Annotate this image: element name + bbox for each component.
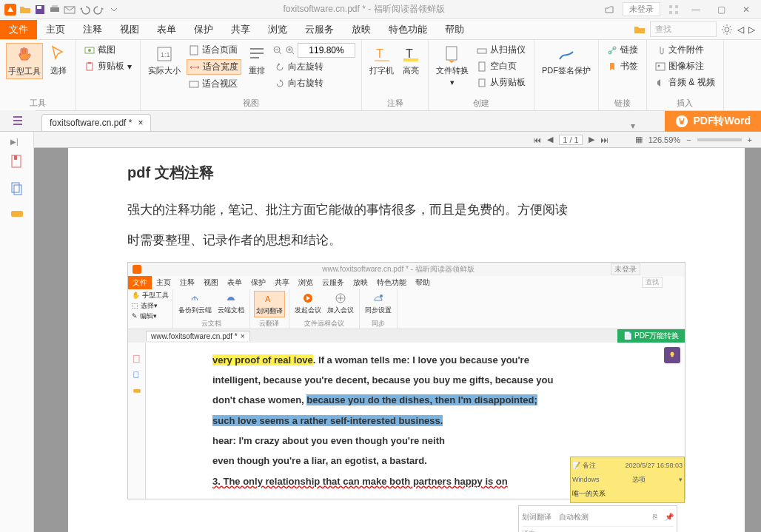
nested-cloud-doc[interactable]: 云端文档 bbox=[216, 291, 246, 316]
svg-rect-3 bbox=[50, 7, 59, 12]
nested-select[interactable]: ⬚ 选择▾ bbox=[132, 301, 169, 311]
highlight-button[interactable]: T 高亮 bbox=[400, 43, 422, 78]
screenshot-button[interactable]: 截图 bbox=[82, 43, 134, 57]
pdf-to-word-button[interactable]: PDF转Word bbox=[665, 111, 761, 132]
sticky-note-popup[interactable]: 📝 备注 2020/5/27 16:58:03 Windows 选项▾ 唯一的关… bbox=[570, 457, 685, 503]
from-scanner-button[interactable]: 从扫描仪 bbox=[475, 43, 528, 57]
comments-panel-icon[interactable] bbox=[10, 207, 24, 222]
menu-feature[interactable]: 特色功能 bbox=[380, 20, 436, 39]
nested-hand[interactable]: ✋ 手型工具 bbox=[132, 291, 169, 300]
file-convert-button[interactable]: 文件转换▾ bbox=[435, 43, 470, 89]
rotate-right-button[interactable]: 向右旋转 bbox=[272, 76, 355, 90]
tab-menu-icon[interactable]: ▾ bbox=[631, 121, 635, 131]
trans-copy-icon[interactable]: ⎘ bbox=[653, 509, 657, 525]
mail-icon[interactable] bbox=[64, 4, 76, 16]
fit-visible-button[interactable]: 适合视区 bbox=[187, 77, 241, 91]
rotate-left-button[interactable]: 向左旋转 bbox=[272, 60, 355, 74]
expand-icon[interactable]: ▶| bbox=[10, 138, 19, 146]
menu-present[interactable]: 放映 bbox=[343, 20, 380, 39]
nav-next-icon[interactable]: ▷ bbox=[748, 24, 755, 35]
menu-view[interactable]: 视图 bbox=[111, 20, 148, 39]
menu-comment[interactable]: 注释 bbox=[74, 20, 111, 39]
zoom-input[interactable] bbox=[298, 43, 355, 58]
nested-lightbulb-icon[interactable] bbox=[664, 347, 680, 363]
menu-protect[interactable]: 保护 bbox=[185, 20, 222, 39]
grid-icon[interactable] bbox=[668, 4, 680, 16]
fit-page-button[interactable]: 适合页面 bbox=[187, 43, 241, 57]
nested-tab[interactable]: www.foxitsoftware.cn.pdf *× bbox=[146, 331, 250, 341]
zoom-out-nav-icon[interactable]: − bbox=[686, 135, 691, 144]
first-page-icon[interactable]: ⏮ bbox=[533, 135, 541, 144]
redo-icon[interactable] bbox=[93, 4, 105, 16]
menu-help[interactable]: 帮助 bbox=[436, 20, 473, 39]
select-button[interactable]: 选择 bbox=[47, 43, 70, 78]
tab-close-icon[interactable]: × bbox=[138, 118, 143, 128]
dropdown-icon[interactable] bbox=[108, 4, 120, 16]
audio-video-button[interactable]: 音频 & 视频 bbox=[653, 75, 717, 90]
nested-pages-icon[interactable] bbox=[133, 371, 141, 380]
actual-size-button[interactable]: 1:1 实际大小 bbox=[147, 43, 182, 78]
menu-file[interactable]: 文件 bbox=[0, 20, 37, 39]
blank-page-button[interactable]: 空白页 bbox=[475, 59, 528, 73]
reflow-button[interactable]: 重排 bbox=[246, 43, 268, 78]
typewriter-button[interactable]: T 打字机 bbox=[368, 43, 395, 78]
nested-menu-file[interactable]: 文件 bbox=[128, 276, 152, 289]
from-clipboard-button[interactable]: 从剪贴板 bbox=[475, 75, 528, 90]
bookmark-button[interactable]: 书签 bbox=[605, 59, 640, 73]
attachment-button[interactable]: 文件附件 bbox=[653, 43, 717, 57]
nested-word-translate[interactable]: A划词翻译 bbox=[254, 291, 285, 317]
nested-search[interactable]: 查找 bbox=[642, 277, 663, 288]
zoom-in-nav-icon[interactable]: + bbox=[748, 135, 752, 144]
next-page-icon[interactable]: ▶ bbox=[589, 135, 594, 144]
prev-page-icon[interactable]: ◀ bbox=[547, 135, 553, 144]
close-button[interactable]: ✕ bbox=[737, 4, 755, 15]
bookmark-panel-icon[interactable] bbox=[10, 154, 24, 169]
menu-home[interactable]: 主页 bbox=[37, 20, 74, 39]
trans-auto[interactable]: 自动检测 bbox=[559, 509, 589, 525]
nav-prev-icon[interactable]: ◁ bbox=[737, 24, 744, 35]
pages-panel-icon[interactable] bbox=[10, 181, 24, 195]
nested-edit[interactable]: ✎ 编辑▾ bbox=[132, 312, 169, 321]
nested-comments-icon[interactable] bbox=[133, 387, 141, 396]
hand-tool-button[interactable]: 手型工具 bbox=[6, 43, 43, 79]
menu-browse[interactable]: 浏览 bbox=[259, 20, 296, 39]
zoom-slider[interactable] bbox=[697, 138, 742, 141]
menu-share[interactable]: 共享 bbox=[222, 20, 259, 39]
svg-point-10 bbox=[725, 27, 729, 32]
last-page-icon[interactable]: ⏭ bbox=[600, 135, 609, 144]
maximize-button[interactable]: ▢ bbox=[712, 4, 730, 15]
nested-backup-cloud[interactable]: 备份到云端 bbox=[177, 291, 213, 316]
pdf-sign-button[interactable]: PDF签名保护 bbox=[540, 43, 592, 78]
open-icon[interactable] bbox=[19, 4, 31, 16]
save-icon[interactable] bbox=[34, 4, 46, 16]
panel-toggle-icon[interactable] bbox=[0, 110, 36, 131]
nav-strip: ⏮ ◀ 1 / 1 ▶ ⏭ ▦ 126.59% − + bbox=[34, 132, 761, 148]
print-icon[interactable] bbox=[49, 4, 61, 16]
pdf-convert-button[interactable]: 📄 PDF万能转换 bbox=[617, 329, 685, 343]
search-input[interactable]: 查找 bbox=[650, 21, 717, 37]
page-indicator[interactable]: 1 / 1 bbox=[559, 135, 582, 145]
gear-icon[interactable] bbox=[721, 24, 733, 36]
layout-icon[interactable]: ▦ bbox=[635, 135, 643, 144]
folder-search-icon[interactable] bbox=[634, 24, 646, 36]
nested-start-meeting[interactable]: 发起会议 bbox=[293, 291, 323, 316]
image-annot-button[interactable]: 图像标注 bbox=[653, 59, 717, 73]
link-button[interactable]: 链接 bbox=[605, 43, 640, 57]
nested-bookmark-icon[interactable] bbox=[133, 354, 141, 363]
svg-rect-8 bbox=[669, 11, 672, 14]
undo-icon[interactable] bbox=[78, 4, 90, 16]
zoom-out-icon[interactable] bbox=[272, 45, 283, 55]
menu-form[interactable]: 表单 bbox=[148, 20, 185, 39]
share-icon[interactable] bbox=[603, 4, 615, 16]
zoom-in-icon[interactable] bbox=[285, 45, 295, 55]
document-tab[interactable]: foxitsoftware.cn.pdf * × bbox=[41, 114, 151, 131]
login-status[interactable]: 未登录 bbox=[623, 2, 660, 16]
fit-width-button[interactable]: 适合宽度 bbox=[187, 59, 241, 75]
clipboard-button[interactable]: 剪贴板▾ bbox=[82, 59, 134, 73]
minimize-button[interactable]: — bbox=[687, 4, 705, 15]
menu-cloud[interactable]: 云服务 bbox=[296, 20, 343, 39]
nested-login[interactable]: 未登录 bbox=[611, 263, 640, 275]
nested-join-meeting[interactable]: 加入会议 bbox=[326, 291, 355, 316]
nested-sync[interactable]: 同步设置 bbox=[363, 291, 393, 316]
trans-pin-icon[interactable]: 📌 bbox=[665, 509, 674, 525]
